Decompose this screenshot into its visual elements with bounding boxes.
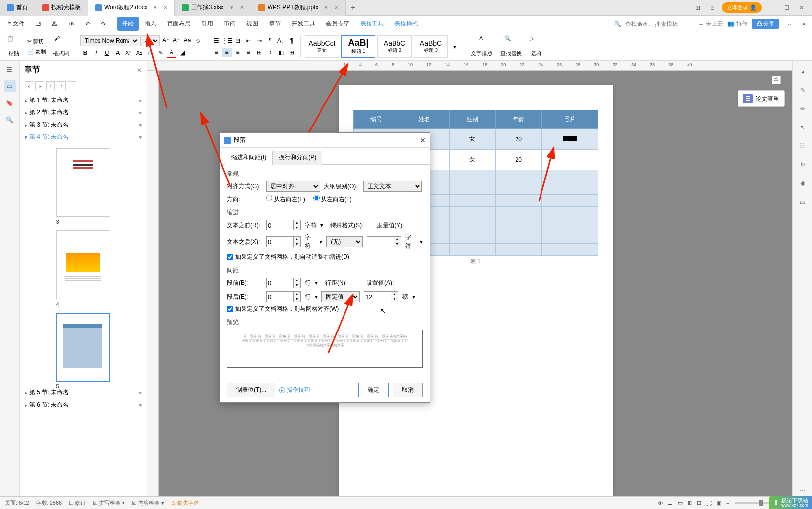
- table-cell[interactable]: [541, 219, 598, 231]
- spin-down[interactable]: ▼: [391, 297, 398, 302]
- menu-insert[interactable]: 插入: [140, 17, 161, 31]
- styles-more-button[interactable]: ▾: [450, 42, 460, 51]
- zoom-out-button[interactable]: −: [726, 500, 729, 506]
- distribute-button[interactable]: ⊞: [254, 48, 264, 57]
- sort-button[interactable]: A↓: [276, 36, 286, 46]
- tab-dropdown[interactable]: ▾: [325, 4, 328, 11]
- table-cell[interactable]: [449, 231, 495, 244]
- fill-color-button[interactable]: ◧: [276, 48, 286, 57]
- table-cell[interactable]: [541, 182, 598, 195]
- multilevel-list-button[interactable]: ⊟: [233, 36, 243, 46]
- table-cell[interactable]: [449, 207, 495, 219]
- decrease-font-button[interactable]: A⁻: [172, 35, 181, 45]
- cloud-status[interactable]: ☁ 未上云: [698, 20, 723, 28]
- menu-tabletool[interactable]: 表格工具: [355, 17, 389, 31]
- align-right-button[interactable]: ≡: [233, 48, 243, 57]
- more-icon[interactable]: ▾: [139, 109, 142, 116]
- alignment-select[interactable]: 居中对齐: [266, 181, 320, 192]
- text-direction-button[interactable]: ¶: [265, 36, 275, 46]
- page-layout-icon[interactable]: ▭: [678, 500, 683, 506]
- dialog-titlebar[interactable]: 段落 ✕: [220, 133, 430, 148]
- minimize-button[interactable]: —: [765, 2, 777, 13]
- tab-dropdown[interactable]: ▾: [230, 4, 233, 11]
- close-icon[interactable]: ✕: [240, 4, 244, 11]
- font-size-select[interactable]: 小四: [140, 35, 160, 46]
- zoom-fit-icon[interactable]: ▣: [716, 500, 721, 506]
- format-painter-button[interactable]: 🖌格式刷: [50, 33, 72, 59]
- before-para-spinner[interactable]: ▲▼: [266, 278, 301, 288]
- coop-button[interactable]: 👥 协作: [727, 20, 748, 28]
- tab-xls[interactable]: 工作簿3.xlsx▾✕: [175, 0, 251, 16]
- page-thumbnail-active[interactable]: [56, 313, 110, 382]
- font-color-button[interactable]: A: [167, 48, 176, 58]
- number-list-button[interactable]: ⋮☰: [222, 36, 232, 46]
- spin-up[interactable]: ▲: [294, 278, 300, 283]
- pencil-icon[interactable]: ✏: [797, 103, 809, 115]
- page-status[interactable]: 页面: 8/12: [5, 499, 29, 507]
- style-icon[interactable]: ✎: [797, 84, 809, 96]
- after-text-spinner[interactable]: ▲▼: [266, 236, 301, 247]
- table-cell[interactable]: [495, 207, 541, 219]
- menu-review[interactable]: 审阅: [219, 17, 241, 31]
- style-heading1[interactable]: AaB|标题 1: [341, 35, 375, 58]
- table-cell[interactable]: [495, 244, 541, 256]
- strikethrough-button[interactable]: A̵: [113, 48, 123, 58]
- table-cell[interactable]: [495, 219, 541, 231]
- shading-button[interactable]: ◢: [177, 48, 187, 58]
- align-center-button[interactable]: ≡: [222, 48, 232, 57]
- add-before-icon[interactable]: +: [46, 81, 55, 90]
- menu-reference[interactable]: 引用: [197, 17, 218, 31]
- decrease-indent-button[interactable]: ⇤: [244, 36, 253, 46]
- maximize-button[interactable]: ☐: [781, 2, 792, 13]
- table-cell[interactable]: [495, 231, 541, 244]
- line-spacing-select[interactable]: 固定值: [321, 291, 360, 302]
- table-cell[interactable]: [541, 150, 598, 170]
- cancel-button[interactable]: 取消: [393, 383, 423, 397]
- missing-font-warning[interactable]: ⚠ 缺失字体: [171, 499, 199, 507]
- chapter-item[interactable]: ▸第 1 节: 未命名▾: [20, 94, 147, 106]
- revise-toggle[interactable]: ☐ 修订: [69, 499, 86, 507]
- view-icon[interactable]: 👁: [658, 500, 663, 506]
- select-button[interactable]: ▷选择: [527, 33, 546, 59]
- table-cell[interactable]: [541, 129, 598, 150]
- collapse-icon[interactable]: ◂: [797, 66, 809, 77]
- location-icon[interactable]: ◉: [797, 178, 809, 189]
- table-cell[interactable]: [495, 170, 541, 182]
- find-icon[interactable]: 🔍: [4, 114, 16, 126]
- more-icon[interactable]: ⋯: [797, 484, 809, 496]
- change-case-button[interactable]: Aa: [182, 35, 192, 45]
- auto-adjust-indent-checkbox[interactable]: 如果定义了文档网格，则自动调整右缩进(D): [227, 253, 349, 261]
- chapters-icon[interactable]: ▭: [4, 80, 16, 92]
- menu-view[interactable]: 视图: [242, 17, 263, 31]
- qat-save[interactable]: 🖫: [30, 18, 46, 30]
- spin-down[interactable]: ▼: [294, 242, 300, 247]
- menu-start[interactable]: 开始: [117, 17, 139, 31]
- table-cell[interactable]: [449, 170, 495, 182]
- spin-down[interactable]: ▼: [294, 283, 300, 288]
- before-text-spinner[interactable]: ▲▼: [266, 220, 301, 230]
- menu-vip[interactable]: 会员专享: [321, 17, 354, 31]
- table-cell[interactable]: [449, 195, 495, 207]
- outline-icon[interactable]: ☰: [4, 64, 16, 76]
- menu-tablestyle[interactable]: 表格样式: [390, 17, 423, 31]
- after-para-spinner[interactable]: ▲▼: [266, 291, 301, 302]
- cursor-icon[interactable]: ↖: [797, 122, 809, 133]
- tab-shell[interactable]: 找稻壳模板: [35, 0, 88, 16]
- horizontal-ruler[interactable]: 246810121416182022242628303234363840: [147, 61, 792, 71]
- table-cell[interactable]: [541, 170, 598, 182]
- contentcheck-toggle[interactable]: ☑ 内容检查 ▾: [132, 499, 164, 507]
- chapter-item[interactable]: ▸第 6 节: 未命名▾: [20, 399, 147, 411]
- qat-redo[interactable]: ↷: [96, 18, 111, 30]
- chapter-item[interactable]: ▸第 5 节: 未命名▾: [20, 386, 147, 399]
- refresh-icon[interactable]: ↻: [797, 159, 809, 171]
- more-icon[interactable]: ▾: [139, 122, 142, 128]
- table-cell[interactable]: [541, 207, 598, 219]
- table-cell[interactable]: [449, 219, 495, 231]
- layers-icon[interactable]: ☷: [797, 140, 809, 152]
- bookmark-icon[interactable]: 🔖: [4, 97, 16, 109]
- more-icon[interactable]: ▾: [139, 402, 142, 408]
- add-after-icon[interactable]: +: [57, 81, 66, 90]
- snap-to-grid-checkbox[interactable]: 如果定义了文档网格，则与网格对齐(W): [227, 305, 339, 313]
- close-icon[interactable]: ✕: [163, 4, 168, 11]
- table-cell[interactable]: 20: [495, 150, 541, 170]
